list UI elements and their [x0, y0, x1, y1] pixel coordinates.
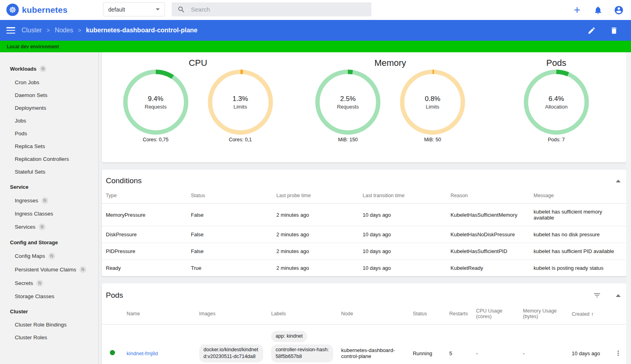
sidebar-item-deployments[interactable]: Deployments — [0, 101, 98, 114]
table-row: DiskPressure False 2 minutes ago 10 days… — [102, 226, 626, 243]
collapse-arrow-icon[interactable] — [616, 294, 621, 297]
sidebar-item-jobs[interactable]: Jobs — [0, 114, 98, 127]
vertical-scrollbar[interactable] — [626, 52, 631, 364]
kubernetes-logo[interactable]: ☸ kubernetes — [6, 4, 67, 16]
column-header-labels: Labels — [267, 304, 337, 324]
column-header-reason: Reason — [446, 189, 530, 204]
cell-reason: KubeletHasNoDiskPressure — [446, 226, 530, 243]
column-header-memory-usage[interactable]: Memory Usage (bytes) — [519, 304, 568, 324]
nav-label: Ingress Classes — [15, 211, 53, 217]
menu-hamburger-icon[interactable] — [6, 27, 15, 34]
sidebar-item-cluster-role-bindings[interactable]: Cluster Role Bindings — [0, 318, 98, 331]
sidebar-item-cron-jobs[interactable]: Cron Jobs — [0, 76, 98, 89]
memory-title: Memory — [374, 58, 406, 68]
pod-row: kindnet-fmj8d docker.io/kindest/kindnetd… — [102, 324, 626, 364]
sidebar-section-workloads[interactable]: Workloads N — [0, 62, 98, 76]
search-icon — [177, 6, 185, 14]
sort-ascending-icon: ↑ — [591, 311, 594, 317]
sidebar-item-persistent-volume-claims[interactable]: Persistent Volume Claims N — [0, 263, 98, 276]
nav-label: Services — [15, 224, 36, 230]
pods-title: Pods — [546, 58, 566, 68]
column-header-created[interactable]: Created↑ — [568, 304, 610, 324]
new-badge: N — [48, 253, 55, 259]
sidebar-item-storage-classes[interactable]: Storage Classes — [0, 290, 98, 303]
column-header-status[interactable]: Status — [409, 304, 445, 324]
conditions-card-title: Conditions — [106, 176, 142, 185]
create-plus-icon[interactable] — [572, 5, 582, 15]
nav-label: Persistent Volume Claims — [15, 267, 76, 273]
nav-label: Replica Sets — [15, 143, 45, 149]
column-header-status: Status — [187, 189, 272, 204]
column-header-cpu-usage[interactable]: CPU Usage (cores) — [472, 304, 519, 324]
sidebar-item-replica-sets[interactable]: Replica Sets — [0, 140, 98, 152]
row-more-menu-icon[interactable] — [614, 349, 622, 357]
sidebar-item-secrets[interactable]: Secrets N — [0, 276, 98, 290]
search-bar[interactable] — [172, 2, 371, 16]
breadcrumb-nodes[interactable]: Nodes — [55, 27, 73, 34]
donut-percent: 2.5% — [340, 95, 356, 103]
delete-trash-icon[interactable] — [609, 25, 619, 36]
nav-label: Cluster Role Bindings — [15, 322, 67, 328]
table-row: Ready True 2 minutes ago 10 days ago Kub… — [102, 260, 626, 277]
notifications-bell-icon[interactable] — [593, 5, 603, 15]
sidebar-item-daemon-sets[interactable]: Daemon Sets — [0, 89, 98, 101]
column-header-images[interactable]: Images — [195, 304, 267, 324]
nav-label: Daemon Sets — [15, 92, 48, 98]
pods-allocation-donut: 6.4% Allocation Pods: 7 — [523, 69, 589, 142]
pods-card: Pods Name Images — [102, 283, 626, 364]
pod-memory-usage: - — [519, 324, 568, 364]
column-header-restarts[interactable]: Restarts — [445, 304, 472, 324]
sidebar-item-ingresses[interactable]: Ingresses N — [0, 194, 98, 207]
donut-label: Limits — [234, 104, 247, 110]
column-header-message: Message — [530, 189, 626, 204]
sidebar-item-cluster-roles[interactable]: Cluster Roles — [0, 331, 98, 344]
account-circle-icon[interactable] — [613, 5, 624, 15]
column-header-node[interactable]: Node — [337, 304, 409, 324]
donut-caption: MiB: 150 — [315, 137, 381, 142]
app-header: ☸ kubernetes default — [0, 0, 631, 20]
sidebar-item-pods[interactable]: Pods — [0, 127, 98, 140]
donut-caption: MiB: 50 — [399, 137, 466, 142]
cell-status: True — [187, 260, 272, 277]
cell-last-probe: 2 minutes ago — [272, 243, 359, 260]
logo-text: kubernetes — [22, 5, 67, 15]
new-badge: N — [79, 266, 86, 273]
nav-label: Storage Classes — [15, 293, 54, 299]
filter-list-icon[interactable] — [592, 290, 602, 301]
sidebar-item-ingress-classes[interactable]: Ingress Classes — [0, 207, 98, 220]
sidebar-item-replication-controllers[interactable]: Replication Controllers — [0, 152, 98, 165]
created-label: Created — [572, 311, 589, 317]
nav-label: Config Maps — [15, 253, 45, 259]
sidebar-section-cluster[interactable]: Cluster — [0, 305, 98, 318]
sidebar-section-service[interactable]: Service — [0, 180, 98, 194]
cell-status: False — [187, 226, 272, 243]
cpu-title: CPU — [189, 58, 207, 68]
pods-card-title: Pods — [106, 291, 123, 300]
pod-name-link[interactable]: kindnet-fmj8d — [127, 350, 158, 356]
sidebar-item-stateful-sets[interactable]: Stateful Sets — [0, 165, 98, 178]
sidebar-item-services[interactable]: Services N — [0, 220, 98, 233]
column-header-menu — [610, 304, 626, 324]
table-row: MemoryPressure False 2 minutes ago 10 da… — [102, 204, 626, 226]
environment-banner: Local dev environment — [0, 41, 631, 52]
column-header-last-probe-time: Last probe time — [272, 189, 359, 204]
conditions-table: Type Status Last probe time Last transit… — [102, 189, 626, 276]
search-input[interactable] — [191, 6, 366, 13]
collapse-arrow-icon[interactable] — [616, 180, 621, 182]
cell-message: kubelet has sufficient memory available — [530, 204, 626, 226]
donut-percent: 1.3% — [232, 95, 248, 103]
cell-last-probe: 2 minutes ago — [272, 226, 359, 243]
sidebar-section-config-and-storage[interactable]: Config and Storage — [0, 236, 98, 249]
breadcrumb-separator: > — [47, 27, 50, 34]
namespace-select[interactable]: default — [103, 2, 165, 16]
sidebar-item-config-maps[interactable]: Config Maps N — [0, 249, 98, 263]
nav-label: Deployments — [15, 105, 46, 111]
breadcrumb-cluster[interactable]: Cluster — [22, 27, 42, 34]
column-header-name[interactable]: Name — [123, 304, 195, 324]
cell-last-transition: 10 days ago — [359, 204, 446, 226]
nav-label: Replication Controllers — [15, 156, 69, 162]
cell-last-probe: 2 minutes ago — [272, 260, 359, 277]
donut-label: Requests — [337, 104, 359, 110]
conditions-card: Conditions Type Status Last probe time L… — [102, 170, 626, 276]
edit-pencil-icon[interactable] — [586, 25, 597, 36]
